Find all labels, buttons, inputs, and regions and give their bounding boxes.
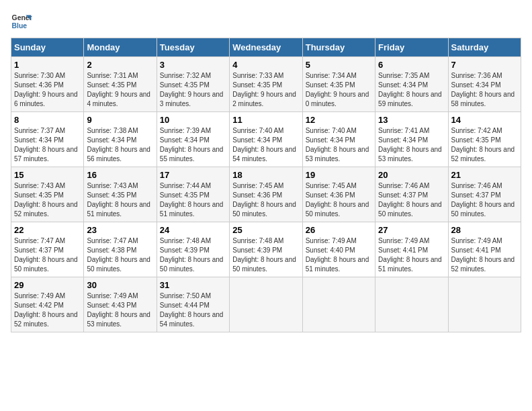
- calendar-cell: 13Sunrise: 7:41 AMSunset: 4:34 PMDayligh…: [375, 112, 448, 167]
- calendar-cell: [375, 277, 448, 332]
- day-info: Sunrise: 7:49 AMSunset: 4:41 PMDaylight:…: [378, 237, 442, 273]
- day-number: 8: [14, 115, 81, 125]
- calendar-cell: 4Sunrise: 7:33 AMSunset: 4:35 PMDaylight…: [230, 57, 302, 112]
- day-number: 4: [232, 60, 299, 70]
- calendar-cell: 2Sunrise: 7:31 AMSunset: 4:35 PMDaylight…: [84, 57, 157, 112]
- day-info: Sunrise: 7:42 AMSunset: 4:35 PMDaylight:…: [451, 127, 515, 163]
- col-header-monday: Monday: [84, 38, 157, 57]
- day-info: Sunrise: 7:37 AMSunset: 4:34 PMDaylight:…: [14, 127, 78, 163]
- calendar-cell: 31Sunrise: 7:50 AMSunset: 4:44 PMDayligh…: [157, 277, 229, 332]
- col-header-thursday: Thursday: [302, 38, 375, 57]
- day-number: 27: [378, 225, 445, 235]
- day-number: 19: [306, 170, 372, 180]
- page-header: General Blue: [11, 11, 521, 32]
- day-info: Sunrise: 7:45 AMSunset: 4:36 PMDaylight:…: [232, 182, 296, 218]
- day-info: Sunrise: 7:41 AMSunset: 4:34 PMDaylight:…: [378, 127, 442, 163]
- calendar-cell: [302, 277, 375, 332]
- day-number: 17: [160, 170, 226, 180]
- day-info: Sunrise: 7:48 AMSunset: 4:39 PMDaylight:…: [160, 237, 224, 273]
- day-number: 6: [378, 60, 445, 70]
- day-info: Sunrise: 7:47 AMSunset: 4:37 PMDaylight:…: [14, 237, 78, 273]
- col-header-tuesday: Tuesday: [157, 38, 229, 57]
- calendar-cell: 11Sunrise: 7:40 AMSunset: 4:34 PMDayligh…: [230, 112, 302, 167]
- day-number: 15: [14, 170, 81, 180]
- day-number: 20: [378, 170, 445, 180]
- calendar-cell: 6Sunrise: 7:35 AMSunset: 4:34 PMDaylight…: [375, 57, 448, 112]
- day-number: 21: [451, 170, 518, 180]
- calendar-cell: 29Sunrise: 7:49 AMSunset: 4:42 PMDayligh…: [11, 277, 84, 332]
- day-number: 13: [378, 115, 445, 125]
- day-number: 2: [87, 60, 153, 70]
- day-info: Sunrise: 7:40 AMSunset: 4:34 PMDaylight:…: [232, 127, 296, 163]
- day-info: Sunrise: 7:38 AMSunset: 4:34 PMDaylight:…: [87, 127, 150, 163]
- day-number: 12: [306, 115, 372, 125]
- day-number: 29: [14, 280, 81, 290]
- day-number: 24: [160, 225, 226, 235]
- col-header-saturday: Saturday: [448, 38, 521, 57]
- calendar-cell: 19Sunrise: 7:45 AMSunset: 4:36 PMDayligh…: [302, 167, 375, 222]
- calendar-cell: 25Sunrise: 7:48 AMSunset: 4:39 PMDayligh…: [230, 222, 302, 277]
- day-info: Sunrise: 7:36 AMSunset: 4:34 PMDaylight:…: [451, 72, 515, 107]
- day-info: Sunrise: 7:50 AMSunset: 4:44 PMDaylight:…: [160, 292, 224, 328]
- day-number: 14: [451, 115, 518, 125]
- day-info: Sunrise: 7:35 AMSunset: 4:34 PMDaylight:…: [378, 72, 442, 107]
- day-number: 9: [87, 115, 153, 125]
- calendar-cell: 17Sunrise: 7:44 AMSunset: 4:35 PMDayligh…: [157, 167, 229, 222]
- day-info: Sunrise: 7:46 AMSunset: 4:37 PMDaylight:…: [378, 182, 442, 218]
- day-info: Sunrise: 7:45 AMSunset: 4:36 PMDaylight:…: [306, 182, 369, 218]
- day-number: 30: [87, 280, 153, 290]
- day-number: 11: [232, 115, 299, 125]
- day-number: 3: [160, 60, 226, 70]
- calendar-cell: 15Sunrise: 7:43 AMSunset: 4:35 PMDayligh…: [11, 167, 84, 222]
- calendar-row: 1Sunrise: 7:30 AMSunset: 4:36 PMDaylight…: [11, 57, 521, 112]
- day-number: 25: [232, 225, 299, 235]
- day-info: Sunrise: 7:44 AMSunset: 4:35 PMDaylight:…: [160, 182, 224, 218]
- day-number: 10: [160, 115, 226, 125]
- calendar-cell: 18Sunrise: 7:45 AMSunset: 4:36 PMDayligh…: [230, 167, 302, 222]
- calendar-cell: 12Sunrise: 7:40 AMSunset: 4:34 PMDayligh…: [302, 112, 375, 167]
- day-info: Sunrise: 7:46 AMSunset: 4:37 PMDaylight:…: [451, 182, 515, 218]
- col-header-sunday: Sunday: [11, 38, 84, 57]
- calendar-cell: 20Sunrise: 7:46 AMSunset: 4:37 PMDayligh…: [375, 167, 448, 222]
- col-header-wednesday: Wednesday: [230, 38, 302, 57]
- day-info: Sunrise: 7:33 AMSunset: 4:35 PMDaylight:…: [232, 72, 296, 107]
- day-info: Sunrise: 7:49 AMSunset: 4:42 PMDaylight:…: [14, 292, 78, 328]
- day-info: Sunrise: 7:49 AMSunset: 4:41 PMDaylight:…: [451, 237, 515, 273]
- day-info: Sunrise: 7:32 AMSunset: 4:35 PMDaylight:…: [160, 72, 224, 107]
- calendar-cell: 26Sunrise: 7:49 AMSunset: 4:40 PMDayligh…: [302, 222, 375, 277]
- day-number: 28: [451, 225, 518, 235]
- calendar-cell: 30Sunrise: 7:49 AMSunset: 4:43 PMDayligh…: [84, 277, 157, 332]
- calendar-cell: 24Sunrise: 7:48 AMSunset: 4:39 PMDayligh…: [157, 222, 229, 277]
- day-info: Sunrise: 7:40 AMSunset: 4:34 PMDaylight:…: [306, 127, 369, 163]
- day-info: Sunrise: 7:48 AMSunset: 4:39 PMDaylight:…: [232, 237, 296, 273]
- calendar-cell: 1Sunrise: 7:30 AMSunset: 4:36 PMDaylight…: [11, 57, 84, 112]
- day-info: Sunrise: 7:49 AMSunset: 4:43 PMDaylight:…: [87, 292, 150, 328]
- day-info: Sunrise: 7:43 AMSunset: 4:35 PMDaylight:…: [14, 182, 78, 218]
- day-number: 18: [232, 170, 299, 180]
- calendar-cell: 10Sunrise: 7:39 AMSunset: 4:34 PMDayligh…: [157, 112, 229, 167]
- day-number: 7: [451, 60, 518, 70]
- day-info: Sunrise: 7:30 AMSunset: 4:36 PMDaylight:…: [14, 72, 78, 107]
- calendar-row: 15Sunrise: 7:43 AMSunset: 4:35 PMDayligh…: [11, 167, 521, 222]
- calendar-cell: 3Sunrise: 7:32 AMSunset: 4:35 PMDaylight…: [157, 57, 229, 112]
- day-number: 23: [87, 225, 153, 235]
- calendar-cell: 9Sunrise: 7:38 AMSunset: 4:34 PMDaylight…: [84, 112, 157, 167]
- calendar-row: 29Sunrise: 7:49 AMSunset: 4:42 PMDayligh…: [11, 277, 521, 332]
- day-info: Sunrise: 7:31 AMSunset: 4:35 PMDaylight:…: [87, 72, 150, 107]
- calendar-cell: 21Sunrise: 7:46 AMSunset: 4:37 PMDayligh…: [448, 167, 521, 222]
- calendar-table: SundayMondayTuesdayWednesdayThursdayFrid…: [11, 38, 521, 332]
- calendar-cell: 23Sunrise: 7:47 AMSunset: 4:38 PMDayligh…: [84, 222, 157, 277]
- col-header-friday: Friday: [375, 38, 448, 57]
- calendar-cell: [448, 277, 521, 332]
- day-number: 16: [87, 170, 153, 180]
- day-info: Sunrise: 7:34 AMSunset: 4:35 PMDaylight:…: [306, 72, 369, 107]
- day-info: Sunrise: 7:49 AMSunset: 4:40 PMDaylight:…: [306, 237, 369, 273]
- day-number: 26: [306, 225, 372, 235]
- calendar-cell: 8Sunrise: 7:37 AMSunset: 4:34 PMDaylight…: [11, 112, 84, 167]
- day-info: Sunrise: 7:43 AMSunset: 4:35 PMDaylight:…: [87, 182, 150, 218]
- day-info: Sunrise: 7:39 AMSunset: 4:34 PMDaylight:…: [160, 127, 224, 163]
- calendar-row: 8Sunrise: 7:37 AMSunset: 4:34 PMDaylight…: [11, 112, 521, 167]
- calendar-cell: 28Sunrise: 7:49 AMSunset: 4:41 PMDayligh…: [448, 222, 521, 277]
- day-number: 5: [306, 60, 372, 70]
- calendar-row: 22Sunrise: 7:47 AMSunset: 4:37 PMDayligh…: [11, 222, 521, 277]
